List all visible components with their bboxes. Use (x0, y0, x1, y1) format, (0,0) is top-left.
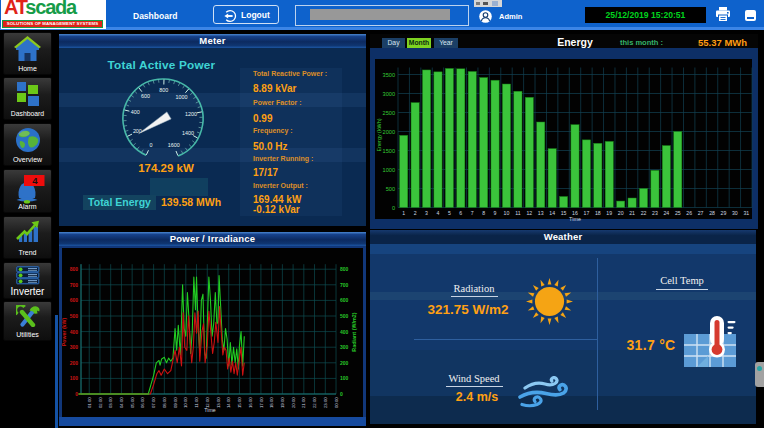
svg-text:300: 300 (340, 344, 349, 350)
svg-text:0: 0 (150, 142, 153, 148)
svg-text:16:00: 16:00 (248, 397, 253, 408)
svg-text:03:00: 03:00 (108, 397, 113, 408)
svg-text:100: 100 (340, 375, 349, 381)
svg-text:5: 5 (448, 210, 451, 216)
svg-text:07:00: 07:00 (151, 397, 156, 408)
svg-text:800: 800 (159, 87, 168, 93)
svg-text:15:00: 15:00 (237, 397, 242, 408)
svg-text:01:00: 01:00 (87, 397, 92, 408)
svg-text:20: 20 (618, 210, 624, 216)
svg-text:29: 29 (721, 210, 727, 216)
svg-text:1: 1 (402, 210, 405, 216)
svg-text:600: 600 (70, 297, 79, 303)
svg-text:400: 400 (70, 329, 79, 335)
svg-text:23:00: 23:00 (323, 397, 328, 408)
svg-text:23: 23 (652, 210, 658, 216)
svg-text:00:00: 00:00 (334, 397, 339, 408)
svg-text:15: 15 (561, 210, 567, 216)
svg-text:04:00: 04:00 (119, 397, 124, 408)
svg-text:1600: 1600 (168, 142, 180, 148)
svg-text:0: 0 (75, 391, 78, 397)
svg-text:19:00: 19:00 (280, 397, 285, 408)
svg-text:26: 26 (686, 210, 692, 216)
svg-text:22:00: 22:00 (312, 397, 317, 408)
svg-text:08:00: 08:00 (162, 397, 167, 408)
svg-text:09:00: 09:00 (173, 397, 178, 408)
svg-text:21:00: 21:00 (301, 397, 306, 408)
svg-text:Radiant (W/m2): Radiant (W/m2) (351, 312, 357, 351)
svg-text:600: 600 (141, 93, 150, 99)
svg-text:100: 100 (70, 375, 79, 381)
svg-text:19: 19 (606, 210, 612, 216)
svg-text:14: 14 (549, 210, 555, 216)
svg-text:500: 500 (340, 313, 349, 319)
svg-text:300: 300 (70, 344, 79, 350)
svg-text:14:00: 14:00 (226, 397, 231, 408)
svg-text:500: 500 (386, 186, 395, 192)
svg-text:0: 0 (392, 205, 395, 211)
svg-text:30: 30 (732, 210, 738, 216)
svg-text:11:00: 11:00 (194, 397, 199, 408)
svg-text:3500: 3500 (383, 72, 395, 78)
svg-text:1200: 1200 (185, 111, 197, 117)
svg-text:16: 16 (572, 210, 578, 216)
svg-text:600: 600 (340, 297, 349, 303)
svg-text:31: 31 (743, 210, 749, 216)
svg-text:24: 24 (663, 210, 669, 216)
svg-text:2000: 2000 (383, 129, 395, 135)
svg-text:1500: 1500 (383, 148, 395, 154)
svg-text:18: 18 (595, 210, 601, 216)
svg-text:2500: 2500 (383, 110, 395, 116)
svg-text:18:00: 18:00 (269, 397, 274, 408)
svg-text:4: 4 (32, 175, 38, 186)
svg-text:9: 9 (494, 210, 497, 216)
svg-text:700: 700 (70, 282, 79, 288)
svg-text:800: 800 (340, 266, 349, 272)
svg-text:200: 200 (70, 360, 79, 366)
svg-text:Power (kW): Power (kW) (61, 318, 67, 347)
svg-text:400: 400 (131, 109, 140, 115)
svg-text:1000: 1000 (383, 167, 395, 173)
svg-text:1400: 1400 (182, 130, 194, 136)
svg-text:12: 12 (526, 210, 532, 216)
svg-text:Time: Time (569, 216, 581, 222)
svg-text:13: 13 (538, 210, 544, 216)
svg-text:800: 800 (70, 266, 79, 272)
svg-text:13:00: 13:00 (216, 397, 221, 408)
svg-text:400: 400 (340, 329, 349, 335)
svg-text:200: 200 (133, 128, 142, 134)
svg-text:22: 22 (641, 210, 647, 216)
svg-text:1000: 1000 (176, 94, 188, 100)
svg-text:0: 0 (340, 391, 343, 397)
svg-text:3: 3 (425, 210, 428, 216)
svg-text:17: 17 (584, 210, 590, 216)
svg-text:Time: Time (204, 407, 215, 413)
svg-text:4: 4 (437, 210, 440, 216)
svg-text:05:00: 05:00 (130, 397, 135, 408)
svg-text:3000: 3000 (383, 91, 395, 97)
svg-text:02:00: 02:00 (98, 397, 103, 408)
svg-text:20:00: 20:00 (291, 397, 296, 408)
svg-text:10: 10 (504, 210, 510, 216)
svg-text:8: 8 (482, 210, 485, 216)
svg-text:2: 2 (414, 210, 417, 216)
svg-text:21: 21 (629, 210, 635, 216)
svg-text:500: 500 (70, 313, 79, 319)
svg-text:Energy (kWh): Energy (kWh) (376, 118, 382, 151)
svg-text:7: 7 (471, 210, 474, 216)
svg-text:25: 25 (675, 210, 681, 216)
svg-text:700: 700 (340, 282, 349, 288)
svg-text:28: 28 (709, 210, 715, 216)
svg-text:11: 11 (515, 210, 520, 216)
svg-text:06:00: 06:00 (140, 397, 145, 408)
svg-text:200: 200 (340, 360, 349, 366)
svg-text:6: 6 (459, 210, 462, 216)
svg-text:10:00: 10:00 (183, 397, 188, 408)
svg-text:17:00: 17:00 (259, 397, 264, 408)
svg-text:27: 27 (698, 210, 704, 216)
